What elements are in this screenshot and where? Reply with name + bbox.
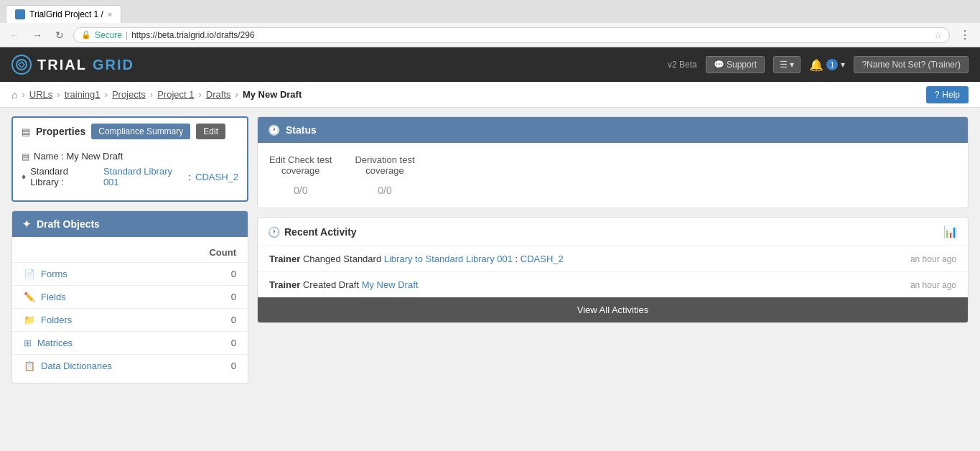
matrices-icon: ⊞ <box>24 338 32 348</box>
left-panel: ▤ Properties Compliance Summary Edit ▤ N… <box>11 116 248 383</box>
draft-objects-header: ✦ Draft Objects <box>12 211 248 237</box>
activity-body: Trainer Changed Standard Library to Stan… <box>258 246 968 297</box>
notification-badge: 1 <box>826 59 838 70</box>
browser-menu-button[interactable]: ⋮ <box>956 27 974 43</box>
col-name-header <box>24 247 193 258</box>
support-button[interactable]: 💬 Support <box>706 56 765 73</box>
header-right: v2 Beta 💬 Support ☰ ▾ 🔔 1 ▾ ?Name Not Se… <box>668 56 969 73</box>
compliance-summary-button[interactable]: Compliance Summary <box>91 124 190 139</box>
activity-row-0: Trainer Changed Standard Library to Stan… <box>258 246 968 272</box>
matrices-count: 0 <box>193 338 236 348</box>
properties-header: ▤ Properties Compliance Summary Edit <box>13 118 247 145</box>
edit-check-label: Edit Check test coverage <box>269 154 332 176</box>
library-label: Standard Library : <box>30 166 99 187</box>
library-link2[interactable]: CDASH_2 <box>195 172 238 182</box>
activity-action-0: Changed Standard <box>303 254 384 264</box>
properties-title: Properties <box>36 126 85 137</box>
draft-objects-title: Draft Objects <box>37 218 100 230</box>
draft-objects-header-row: Count <box>12 243 248 263</box>
chart-icon[interactable]: 📊 <box>943 225 958 238</box>
fields-link[interactable]: Fields <box>41 292 193 302</box>
version-badge: v2 Beta <box>668 60 697 70</box>
browser-chrome: TrialGrid Project 1 / × <box>0 0 980 23</box>
draft-objects-card: ✦ Draft Objects Count 📄 Forms 0 ✏️ Field… <box>11 210 248 383</box>
breadcrumb-training1[interactable]: training1 <box>65 89 101 100</box>
draft-objects-body: Count 📄 Forms 0 ✏️ Fields 0 📁 Folders 0 <box>12 237 248 383</box>
activity-action-1: Created Draft <box>303 279 362 290</box>
forms-link[interactable]: Forms <box>41 269 193 279</box>
breadcrumb-sep-0: › <box>22 89 24 100</box>
bell-icon[interactable]: 🔔 <box>809 58 823 72</box>
activity-row-1: Trainer Created Draft My New Draft an ho… <box>258 272 968 297</box>
fields-row: ✏️ Fields 0 <box>12 286 248 309</box>
breadcrumb-urls[interactable]: URLs <box>29 89 53 100</box>
view-all-button[interactable]: View All Activities <box>258 297 968 322</box>
activity-clock-icon: 🕐 <box>268 226 280 238</box>
activity-actor-1: Trainer <box>269 279 300 290</box>
user-button[interactable]: ?Name Not Set? (Trainer) <box>854 56 969 73</box>
help-button[interactable]: ? Help <box>926 86 969 103</box>
status-clock-icon: 🕐 <box>268 124 280 136</box>
fields-count: 0 <box>193 292 236 302</box>
library-row: ♦ Standard Library : Standard Library 00… <box>22 166 238 187</box>
secure-label: Secure <box>95 30 122 40</box>
refresh-button[interactable]: ↻ <box>52 28 67 42</box>
breadcrumb-projects[interactable]: Projects <box>112 89 146 100</box>
tab-label: TrialGrid Project 1 / <box>29 9 103 19</box>
tab-close-btn[interactable]: × <box>108 10 112 19</box>
coverage-grid: Edit Check test coverage 0/0 Derivation … <box>269 154 956 196</box>
status-header: 🕐 Status <box>258 117 968 143</box>
matrices-link[interactable]: Matrices <box>37 338 193 348</box>
logo-trial: TRIAL <box>37 57 87 73</box>
app-header: TRIALGRID v2 Beta 💬 Support ☰ ▾ 🔔 1 ▾ ?N… <box>0 47 980 82</box>
back-button[interactable]: ← <box>6 28 23 42</box>
right-panel: 🕐 Status Edit Check test coverage 0/0 De… <box>257 116 969 383</box>
home-icon[interactable]: ⌂ <box>11 89 17 101</box>
forms-icon: 📄 <box>24 269 35 279</box>
notification-arrow[interactable]: ▾ <box>841 60 845 70</box>
new-tab-area <box>124 3 160 23</box>
activity-text-1: Trainer Created Draft My New Draft <box>269 279 418 290</box>
folders-link[interactable]: Folders <box>41 315 193 325</box>
activity-title: 🕐 Recent Activity <box>268 226 357 238</box>
library-icon: ♦ <box>22 172 26 182</box>
edit-check-value: 0/0 <box>269 185 332 196</box>
breadcrumb-project1[interactable]: Project 1 <box>157 89 194 100</box>
help-icon: ? <box>935 90 940 100</box>
tab-favicon <box>15 9 25 19</box>
logo-grid: GRID <box>93 57 134 73</box>
properties-icon: ▤ <box>22 126 30 137</box>
activity-text-0: Trainer Changed Standard Library to Stan… <box>269 254 564 264</box>
data-dictionaries-count: 0 <box>193 361 236 371</box>
data-dictionaries-link[interactable]: Data Dictionaries <box>41 361 193 371</box>
activity-time-0: an hour ago <box>910 254 956 264</box>
fields-icon: ✏️ <box>24 292 35 302</box>
address-text: https://beta.trialgrid.io/drafts/296 <box>131 30 254 40</box>
logo: TRIALGRID <box>11 55 134 75</box>
library-link1[interactable]: Standard Library 001 <box>103 166 185 187</box>
activity-link2-0[interactable]: CDASH_2 <box>521 254 564 264</box>
edit-button[interactable]: Edit <box>196 124 225 139</box>
activity-link1-0[interactable]: Library to Standard Library 001 <box>384 254 513 264</box>
secure-icon: 🔒 <box>81 30 91 39</box>
folders-row: 📁 Folders 0 <box>12 309 248 332</box>
address-bar[interactable]: 🔒 Secure | https://beta.trialgrid.io/dra… <box>73 27 950 43</box>
header-menu-button[interactable]: ☰ ▾ <box>773 56 801 73</box>
main-content: ▤ Properties Compliance Summary Edit ▤ N… <box>0 108 980 392</box>
activity-time-1: an hour ago <box>910 280 956 290</box>
status-body: Edit Check test coverage 0/0 Derivation … <box>258 143 968 208</box>
star-icon[interactable]: ☆ <box>934 30 942 40</box>
properties-card: ▤ Properties Compliance Summary Edit ▤ N… <box>11 116 248 202</box>
library-sep: : <box>188 172 191 182</box>
name-icon: ▤ <box>22 152 29 162</box>
matrices-row: ⊞ Matrices 0 <box>12 332 248 355</box>
activity-link1-1[interactable]: My New Draft <box>362 279 419 290</box>
breadcrumb-drafts[interactable]: Drafts <box>206 89 231 100</box>
notification-area: 🔔 1 ▾ <box>809 58 845 72</box>
data-dictionaries-icon: 📋 <box>24 361 35 371</box>
active-tab[interactable]: TrialGrid Project 1 / × <box>6 5 121 23</box>
logo-icon <box>11 55 32 75</box>
activity-actor-0: Trainer <box>269 254 300 264</box>
logo-svg <box>15 58 28 71</box>
forward-button[interactable]: → <box>29 28 46 42</box>
